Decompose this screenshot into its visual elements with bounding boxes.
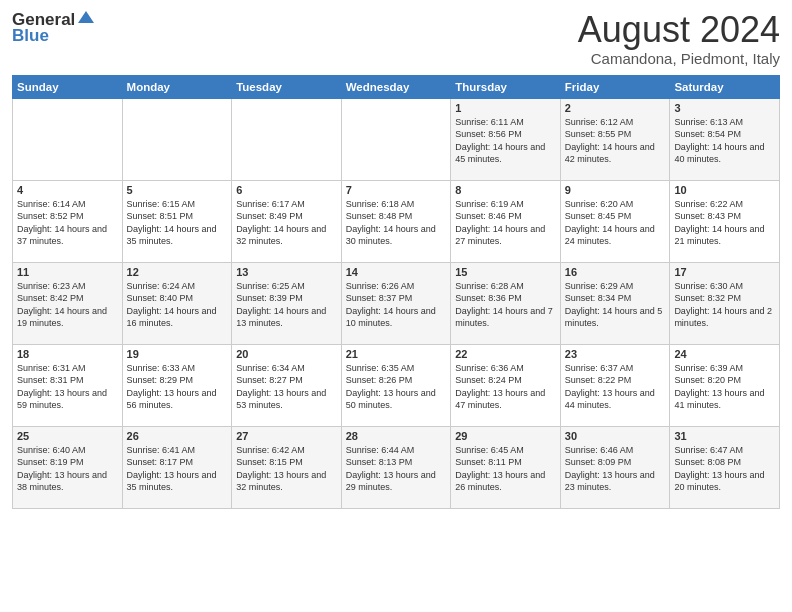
cell-info: Sunrise: 6:29 AMSunset: 8:34 PMDaylight:… (565, 280, 666, 330)
table-row: 7Sunrise: 6:18 AMSunset: 8:48 PMDaylight… (341, 180, 451, 262)
calendar-week-row: 1Sunrise: 6:11 AMSunset: 8:56 PMDaylight… (13, 98, 780, 180)
day-number: 11 (17, 266, 118, 278)
cell-info: Sunrise: 6:31 AMSunset: 8:31 PMDaylight:… (17, 362, 118, 412)
col-sunday: Sunday (13, 75, 123, 98)
table-row: 17Sunrise: 6:30 AMSunset: 8:32 PMDayligh… (670, 262, 780, 344)
col-monday: Monday (122, 75, 232, 98)
cell-info: Sunrise: 6:33 AMSunset: 8:29 PMDaylight:… (127, 362, 228, 412)
logo-icon (76, 9, 96, 29)
table-row: 3Sunrise: 6:13 AMSunset: 8:54 PMDaylight… (670, 98, 780, 180)
day-number: 3 (674, 102, 775, 114)
table-row (13, 98, 123, 180)
day-number: 14 (346, 266, 447, 278)
logo: General Blue (12, 10, 96, 46)
page-container: General Blue August 2024 Camandona, Pied… (0, 0, 792, 517)
col-tuesday: Tuesday (232, 75, 342, 98)
col-wednesday: Wednesday (341, 75, 451, 98)
day-number: 29 (455, 430, 556, 442)
table-row: 13Sunrise: 6:25 AMSunset: 8:39 PMDayligh… (232, 262, 342, 344)
cell-info: Sunrise: 6:13 AMSunset: 8:54 PMDaylight:… (674, 116, 775, 166)
day-number: 25 (17, 430, 118, 442)
day-number: 12 (127, 266, 228, 278)
month-title: August 2024 (578, 10, 780, 50)
cell-info: Sunrise: 6:37 AMSunset: 8:22 PMDaylight:… (565, 362, 666, 412)
table-row: 15Sunrise: 6:28 AMSunset: 8:36 PMDayligh… (451, 262, 561, 344)
table-row: 12Sunrise: 6:24 AMSunset: 8:40 PMDayligh… (122, 262, 232, 344)
cell-info: Sunrise: 6:44 AMSunset: 8:13 PMDaylight:… (346, 444, 447, 494)
table-row: 10Sunrise: 6:22 AMSunset: 8:43 PMDayligh… (670, 180, 780, 262)
day-number: 31 (674, 430, 775, 442)
cell-info: Sunrise: 6:20 AMSunset: 8:45 PMDaylight:… (565, 198, 666, 248)
table-row: 22Sunrise: 6:36 AMSunset: 8:24 PMDayligh… (451, 344, 561, 426)
day-number: 18 (17, 348, 118, 360)
title-block: August 2024 Camandona, Piedmont, Italy (578, 10, 780, 67)
day-number: 30 (565, 430, 666, 442)
calendar-week-row: 4Sunrise: 6:14 AMSunset: 8:52 PMDaylight… (13, 180, 780, 262)
table-row: 23Sunrise: 6:37 AMSunset: 8:22 PMDayligh… (560, 344, 670, 426)
table-row: 18Sunrise: 6:31 AMSunset: 8:31 PMDayligh… (13, 344, 123, 426)
cell-info: Sunrise: 6:26 AMSunset: 8:37 PMDaylight:… (346, 280, 447, 330)
day-number: 26 (127, 430, 228, 442)
cell-info: Sunrise: 6:45 AMSunset: 8:11 PMDaylight:… (455, 444, 556, 494)
day-number: 2 (565, 102, 666, 114)
day-number: 8 (455, 184, 556, 196)
table-row: 27Sunrise: 6:42 AMSunset: 8:15 PMDayligh… (232, 426, 342, 508)
day-number: 5 (127, 184, 228, 196)
table-row: 19Sunrise: 6:33 AMSunset: 8:29 PMDayligh… (122, 344, 232, 426)
table-row: 8Sunrise: 6:19 AMSunset: 8:46 PMDaylight… (451, 180, 561, 262)
day-number: 6 (236, 184, 337, 196)
calendar-week-row: 18Sunrise: 6:31 AMSunset: 8:31 PMDayligh… (13, 344, 780, 426)
cell-info: Sunrise: 6:18 AMSunset: 8:48 PMDaylight:… (346, 198, 447, 248)
cell-info: Sunrise: 6:17 AMSunset: 8:49 PMDaylight:… (236, 198, 337, 248)
day-number: 22 (455, 348, 556, 360)
cell-info: Sunrise: 6:25 AMSunset: 8:39 PMDaylight:… (236, 280, 337, 330)
table-row: 9Sunrise: 6:20 AMSunset: 8:45 PMDaylight… (560, 180, 670, 262)
day-number: 20 (236, 348, 337, 360)
svg-marker-0 (78, 11, 94, 23)
cell-info: Sunrise: 6:24 AMSunset: 8:40 PMDaylight:… (127, 280, 228, 330)
col-thursday: Thursday (451, 75, 561, 98)
cell-info: Sunrise: 6:12 AMSunset: 8:55 PMDaylight:… (565, 116, 666, 166)
cell-info: Sunrise: 6:41 AMSunset: 8:17 PMDaylight:… (127, 444, 228, 494)
calendar-week-row: 25Sunrise: 6:40 AMSunset: 8:19 PMDayligh… (13, 426, 780, 508)
table-row: 25Sunrise: 6:40 AMSunset: 8:19 PMDayligh… (13, 426, 123, 508)
cell-info: Sunrise: 6:42 AMSunset: 8:15 PMDaylight:… (236, 444, 337, 494)
day-number: 28 (346, 430, 447, 442)
cell-info: Sunrise: 6:36 AMSunset: 8:24 PMDaylight:… (455, 362, 556, 412)
table-row (122, 98, 232, 180)
day-number: 10 (674, 184, 775, 196)
calendar-table: Sunday Monday Tuesday Wednesday Thursday… (12, 75, 780, 509)
day-number: 1 (455, 102, 556, 114)
cell-info: Sunrise: 6:28 AMSunset: 8:36 PMDaylight:… (455, 280, 556, 330)
cell-info: Sunrise: 6:46 AMSunset: 8:09 PMDaylight:… (565, 444, 666, 494)
day-number: 27 (236, 430, 337, 442)
day-number: 7 (346, 184, 447, 196)
header: General Blue August 2024 Camandona, Pied… (12, 10, 780, 67)
table-row: 21Sunrise: 6:35 AMSunset: 8:26 PMDayligh… (341, 344, 451, 426)
day-number: 24 (674, 348, 775, 360)
table-row: 28Sunrise: 6:44 AMSunset: 8:13 PMDayligh… (341, 426, 451, 508)
cell-info: Sunrise: 6:11 AMSunset: 8:56 PMDaylight:… (455, 116, 556, 166)
day-number: 23 (565, 348, 666, 360)
table-row: 4Sunrise: 6:14 AMSunset: 8:52 PMDaylight… (13, 180, 123, 262)
location-text: Camandona, Piedmont, Italy (578, 50, 780, 67)
cell-info: Sunrise: 6:14 AMSunset: 8:52 PMDaylight:… (17, 198, 118, 248)
table-row: 5Sunrise: 6:15 AMSunset: 8:51 PMDaylight… (122, 180, 232, 262)
cell-info: Sunrise: 6:34 AMSunset: 8:27 PMDaylight:… (236, 362, 337, 412)
day-number: 13 (236, 266, 337, 278)
cell-info: Sunrise: 6:19 AMSunset: 8:46 PMDaylight:… (455, 198, 556, 248)
day-number: 15 (455, 266, 556, 278)
table-row: 11Sunrise: 6:23 AMSunset: 8:42 PMDayligh… (13, 262, 123, 344)
cell-info: Sunrise: 6:35 AMSunset: 8:26 PMDaylight:… (346, 362, 447, 412)
table-row: 2Sunrise: 6:12 AMSunset: 8:55 PMDaylight… (560, 98, 670, 180)
table-row: 31Sunrise: 6:47 AMSunset: 8:08 PMDayligh… (670, 426, 780, 508)
cell-info: Sunrise: 6:22 AMSunset: 8:43 PMDaylight:… (674, 198, 775, 248)
col-friday: Friday (560, 75, 670, 98)
table-row: 20Sunrise: 6:34 AMSunset: 8:27 PMDayligh… (232, 344, 342, 426)
day-number: 19 (127, 348, 228, 360)
day-number: 17 (674, 266, 775, 278)
day-number: 9 (565, 184, 666, 196)
table-row (341, 98, 451, 180)
day-number: 21 (346, 348, 447, 360)
col-saturday: Saturday (670, 75, 780, 98)
